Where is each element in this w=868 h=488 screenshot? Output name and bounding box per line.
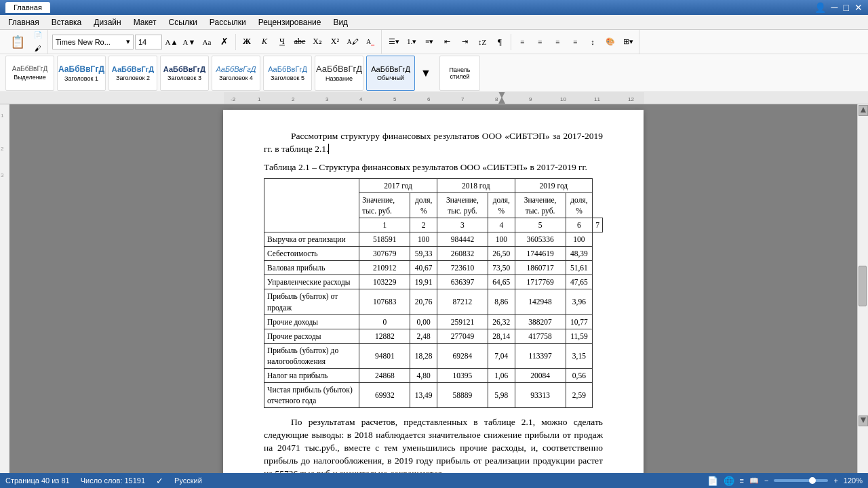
menu-view[interactable]: Вид xyxy=(328,16,353,28)
align-left-btn[interactable]: ≡ xyxy=(514,34,530,50)
title-bar-tabs: Главная xyxy=(5,2,50,13)
highlight-btn[interactable]: A🖍 xyxy=(344,34,361,50)
bullets-btn[interactable]: ☰▾ xyxy=(386,34,402,50)
paste-btn[interactable]: 📋 xyxy=(5,34,30,50)
zoom-level[interactable]: 120% xyxy=(844,476,863,485)
table-row: Чистая прибыль (убыток) отчетного года 6… xyxy=(264,383,603,408)
style-heading2-label: Заголовок 2 xyxy=(116,75,150,81)
copy-btn[interactable]: 📄 xyxy=(31,29,45,41)
style-heading3-label: Заголовок 3 xyxy=(167,75,201,81)
menu-mailings[interactable]: Рассылки xyxy=(204,16,252,28)
menu-links[interactable]: Ссылки xyxy=(163,16,203,28)
font-color-btn[interactable]: A_ xyxy=(362,34,378,50)
svg-text:-2: -2 xyxy=(231,96,236,102)
change-case-btn[interactable]: Aa xyxy=(199,34,215,50)
style-heading5[interactable]: АаБбВвГгД Заголовок 5 xyxy=(263,56,312,91)
decrease-font-btn[interactable]: A▼ xyxy=(181,34,197,50)
indicator-header xyxy=(264,178,359,232)
val-2018-header: Значение, тыс. руб. xyxy=(437,192,488,218)
year-2017-header: 2017 год xyxy=(359,178,437,192)
style-heading4[interactable]: АаБбВвГгД Заголовок 4 xyxy=(212,56,260,91)
svg-text:3: 3 xyxy=(326,96,329,102)
zoom-slider[interactable] xyxy=(774,479,828,482)
borders-btn[interactable]: ⊞▾ xyxy=(620,34,636,50)
styles-panel-btn[interactable]: Панель стилей xyxy=(439,56,480,91)
style-title[interactable]: АаБбВвГгД Название xyxy=(315,56,363,91)
italic-btn[interactable]: К xyxy=(256,34,273,50)
spell-check-icon[interactable]: ✓ xyxy=(156,476,163,486)
menu-design[interactable]: Дизайн xyxy=(88,16,126,28)
language-indicator[interactable]: Русский xyxy=(174,476,202,485)
style-highlight-label: Выделение xyxy=(14,74,46,81)
scroll-thumb[interactable] xyxy=(859,266,867,306)
vertical-scrollbar[interactable] xyxy=(857,104,868,473)
status-bar: Страница 40 из 81 Число слов: 15191 ✓ Ру… xyxy=(0,473,868,488)
year-2018-header: 2018 год xyxy=(437,178,515,192)
svg-marker-22 xyxy=(861,418,866,423)
style-normal[interactable]: АаБбВвГгД Обычный xyxy=(366,56,415,91)
table-row: Управленческие расходы 10322919,91 63639… xyxy=(264,275,603,289)
align-right-btn[interactable]: ≡ xyxy=(549,34,566,50)
style-highlight[interactable]: АаБбВвГгД Выделение xyxy=(5,56,54,91)
view-normal-btn[interactable]: 📄 xyxy=(707,476,718,486)
table-caption: Таблица 2.1 – Структура финансовых резул… xyxy=(264,161,603,174)
minimize-btn[interactable]: ─ xyxy=(831,2,838,13)
increase-font-btn[interactable]: A▲ xyxy=(163,34,180,50)
svg-text:5: 5 xyxy=(393,96,397,102)
svg-rect-1 xyxy=(224,92,644,104)
strikethrough-btn[interactable]: abc xyxy=(292,34,308,50)
svg-text:8: 8 xyxy=(495,96,498,102)
user-icon[interactable]: 👤 xyxy=(814,2,826,13)
show-marks-btn[interactable]: ¶ xyxy=(492,34,508,50)
zoom-out-btn[interactable]: − xyxy=(764,476,768,485)
clear-format-btn[interactable]: ✗ xyxy=(216,34,233,50)
table-row: Прибыль (убыток) от продаж 10768320,76 8… xyxy=(264,289,603,314)
menu-review[interactable]: Рецензирование xyxy=(253,16,327,28)
increase-indent-btn[interactable]: ⇥ xyxy=(456,34,473,50)
sidebar-left: 1 2 3 xyxy=(0,104,9,473)
view-web-btn[interactable]: 🌐 xyxy=(724,476,734,486)
superscript-btn[interactable]: X² xyxy=(327,34,343,50)
bold-btn[interactable]: Ж xyxy=(239,34,255,50)
menu-insert[interactable]: Вставка xyxy=(46,16,87,28)
table-row: Себестоимость 30767959,33 26083226,50 17… xyxy=(264,247,603,261)
format-painter-btn[interactable]: 🖌 xyxy=(31,43,45,55)
line-spacing-btn[interactable]: ↕ xyxy=(585,34,601,50)
align-center-btn[interactable]: ≡ xyxy=(532,34,548,50)
menu-home[interactable]: Главная xyxy=(3,16,45,28)
numbering-btn[interactable]: 1.▾ xyxy=(403,34,420,50)
style-heading4-label: Заголовок 4 xyxy=(219,75,253,81)
zoom-in-btn[interactable]: + xyxy=(833,476,837,485)
year-2019-header: 2019 год xyxy=(515,178,593,192)
view-read-btn[interactable]: 📖 xyxy=(749,476,759,485)
view-outline-btn[interactable]: ≡ xyxy=(740,476,744,485)
font-size-selector[interactable]: 14 xyxy=(135,35,162,49)
ruler-svg: -2 1 2 3 4 5 6 7 8 9 10 11 12 13 14 15 1… xyxy=(224,92,644,104)
val-2019-header: Значение, тыс. руб. xyxy=(515,192,566,218)
paragraph-group: ☰▾ 1.▾ ≡▾ ⇤ ⇥ ↕Z ¶ ≡ ≡ ≡ ≡ ↕ 🎨 ⊞▾ xyxy=(383,30,639,54)
multilevel-btn[interactable]: ≡▾ xyxy=(421,34,437,50)
subscript-btn[interactable]: X₂ xyxy=(309,34,326,50)
close-btn[interactable]: ✕ xyxy=(854,2,863,13)
style-title-label: Название xyxy=(326,75,353,82)
decrease-indent-btn[interactable]: ⇤ xyxy=(439,34,455,50)
style-heading3[interactable]: АаБбВвГгД Заголовок 3 xyxy=(160,56,209,91)
menu-layout[interactable]: Макет xyxy=(128,16,162,28)
svg-text:11: 11 xyxy=(594,96,600,102)
scroll-up-btn[interactable] xyxy=(859,105,868,116)
font-name-selector[interactable]: Times New Ro... ▾ xyxy=(52,35,134,49)
sort-btn[interactable]: ↕Z xyxy=(474,34,490,50)
main-tab[interactable]: Главная xyxy=(5,2,50,13)
underline-btn[interactable]: Ч xyxy=(274,34,290,50)
scroll-track[interactable] xyxy=(858,117,868,415)
scroll-down-btn[interactable] xyxy=(859,415,868,426)
style-heading1[interactable]: АаБбВвГгД Заголовок 1 xyxy=(57,56,106,91)
style-heading2[interactable]: АаБбВвГгД Заголовок 2 xyxy=(108,56,157,91)
paragraph-1: Рассмотрим структуру финансовых результа… xyxy=(264,130,603,156)
styles-expand-btn[interactable]: ▼ xyxy=(418,65,434,81)
maximize-btn[interactable]: □ xyxy=(844,2,849,13)
shading-btn[interactable]: 🎨 xyxy=(602,34,618,50)
justify-btn[interactable]: ≡ xyxy=(567,34,583,50)
document-area[interactable]: Рассмотрим структуру финансовых результа… xyxy=(9,104,857,473)
page[interactable]: Рассмотрим структуру финансовых результа… xyxy=(223,110,644,473)
